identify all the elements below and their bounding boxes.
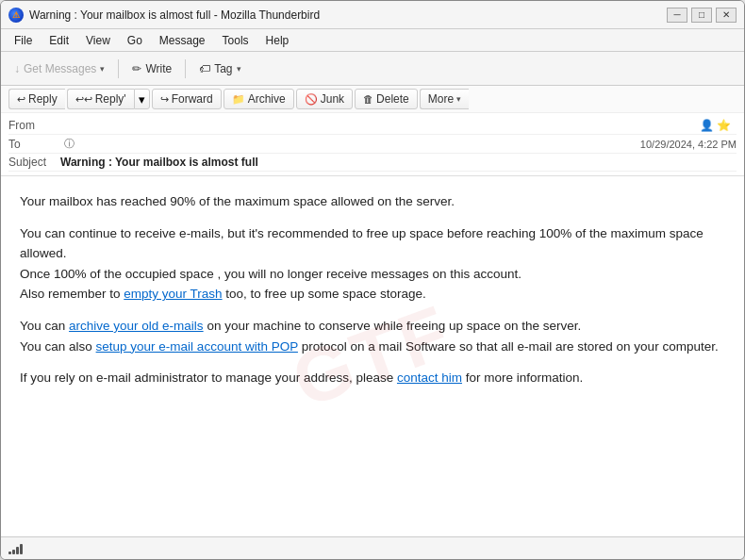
- menu-go[interactable]: Go: [120, 32, 150, 49]
- toolbar-separator-2: [185, 59, 186, 78]
- get-messages-label: Get Messages: [24, 62, 96, 75]
- contact-him-link[interactable]: contact him: [397, 371, 462, 385]
- tag-icon: 🏷: [199, 62, 210, 75]
- subject-row: Subject Warning : Your mailbox is almost…: [8, 154, 737, 172]
- status-bar: [1, 536, 744, 559]
- email-header: ↩ Reply ↩↩ Reply' ▾ ↪ Forward 📁 Archive: [1, 86, 744, 176]
- main-window: ⚠ Warning : Your mailbox is almost full …: [0, 0, 745, 560]
- reply-all-label: Reply': [95, 92, 126, 106]
- forward-button[interactable]: ↪ Forward: [152, 89, 222, 109]
- more-dropdown-icon: ▾: [456, 94, 461, 104]
- star-icon: ⭐: [717, 119, 731, 132]
- menu-view[interactable]: View: [78, 32, 118, 49]
- from-label: From: [8, 119, 60, 132]
- delete-icon: 🗑: [363, 93, 373, 105]
- person-icon: 👤: [700, 119, 714, 132]
- subject-label: Subject: [8, 156, 60, 169]
- body-p3-line2-after: protocol on a mail Software so that all …: [298, 339, 719, 354]
- from-row-icons: 👤 ⭐: [700, 119, 731, 132]
- body-paragraph-3: You can archive your old e-mails on your…: [20, 316, 725, 356]
- forward-label: Forward: [172, 92, 213, 106]
- body-p2-line3-after: too, to free up some space storage.: [223, 287, 426, 301]
- delete-button[interactable]: 🗑 Delete: [355, 89, 418, 109]
- menu-message[interactable]: Message: [152, 32, 213, 49]
- window-controls: ─ □ ✕: [667, 8, 737, 23]
- body-p2-line1: You can continue to receive e-mails, but…: [20, 226, 704, 261]
- body-p4-after: for more information.: [462, 371, 583, 385]
- more-button[interactable]: More ▾: [420, 89, 469, 109]
- junk-icon: 🚫: [305, 93, 318, 106]
- junk-label: Junk: [321, 92, 344, 106]
- window-title: Warning : Your mailbox is almost full - …: [29, 8, 320, 22]
- reply-label: Reply: [28, 92, 58, 106]
- forward-icon: ↪: [160, 93, 169, 106]
- more-label: More: [428, 92, 454, 106]
- body-p3-line1-before: You can: [20, 319, 69, 333]
- signal-bar-2: [12, 550, 15, 554]
- close-button[interactable]: ✕: [716, 8, 737, 23]
- timestamp: 10/29/2024, 4:22 PM: [640, 139, 737, 150]
- from-row: From 👤 ⭐: [8, 117, 737, 135]
- main-toolbar: ↓ Get Messages ▾ ✏ Write 🏷 Tag ▾: [1, 52, 744, 86]
- body-p4-before: If you rely on e-mail administrator to m…: [20, 371, 397, 385]
- empty-trash-link[interactable]: empty your Trash: [124, 287, 222, 301]
- get-messages-dropdown-icon: ▾: [100, 64, 105, 74]
- more-group: More ▾: [420, 89, 469, 109]
- body-paragraph-2: You can continue to receive e-mails, but…: [20, 223, 725, 305]
- tag-dropdown-icon: ▾: [237, 64, 241, 74]
- email-meta: From 👤 ⭐ To ⓘ 10/29/2024, 4:22 PM Subjec…: [1, 113, 744, 175]
- tag-label: Tag: [214, 62, 232, 75]
- to-row: To ⓘ 10/29/2024, 4:22 PM: [8, 135, 737, 154]
- subject-value: Warning : Your mailbox is almost full: [60, 156, 737, 169]
- to-icon: ⓘ: [64, 138, 74, 149]
- action-toolbar: ↩ Reply ↩↩ Reply' ▾ ↪ Forward 📁 Archive: [1, 86, 744, 113]
- reply-all-icon: ↩↩: [75, 93, 92, 106]
- write-button[interactable]: ✏ Write: [124, 59, 179, 78]
- menu-bar: File Edit View Go Message Tools Help: [1, 29, 744, 52]
- body-p2-line2: Once 100% of the occupied space , you wi…: [20, 267, 522, 281]
- toolbar-separator-1: [118, 59, 119, 78]
- archive-label: Archive: [248, 92, 286, 106]
- archive-emails-link[interactable]: archive your old e-mails: [69, 319, 204, 333]
- reply-all-group: ↩↩ Reply' ▾: [67, 89, 150, 109]
- tag-button[interactable]: 🏷 Tag ▾: [191, 59, 248, 78]
- reply-all-button[interactable]: ↩↩ Reply': [67, 89, 134, 109]
- minimize-button[interactable]: ─: [667, 8, 687, 23]
- signal-icon: [8, 543, 23, 554]
- body-p3-line2-before: You can also: [20, 339, 96, 354]
- signal-bar-3: [16, 547, 19, 554]
- title-bar-left: ⚠ Warning : Your mailbox is almost full …: [8, 8, 320, 23]
- maximize-button[interactable]: □: [691, 8, 712, 23]
- reply-all-dropdown[interactable]: ▾: [134, 89, 150, 109]
- menu-tools[interactable]: Tools: [215, 32, 257, 49]
- menu-help[interactable]: Help: [258, 32, 297, 49]
- email-body: GTF Your mailbox has reached 90% of the …: [1, 176, 744, 536]
- setup-pop-link[interactable]: setup your e-mail account with POP: [96, 339, 298, 354]
- signal-bar-1: [8, 552, 11, 554]
- app-icon: ⚠: [8, 8, 24, 23]
- get-messages-icon: ↓: [14, 62, 20, 75]
- delete-label: Delete: [376, 92, 409, 106]
- write-icon: ✏: [132, 62, 141, 75]
- body-paragraph-1: Your mailbox has reached 90% of the maxi…: [20, 191, 725, 212]
- body-paragraph-4: If you rely on e-mail administrator to m…: [20, 368, 725, 388]
- reply-button[interactable]: ↩ Reply: [8, 89, 65, 109]
- reply-group: ↩ Reply: [8, 89, 65, 109]
- reply-icon: ↩: [17, 93, 25, 106]
- to-value: ⓘ: [60, 137, 640, 151]
- body-p2-line3-before: Also remember to: [20, 287, 124, 301]
- signal-bar-4: [20, 544, 23, 554]
- archive-icon: 📁: [232, 93, 245, 106]
- body-paragraph-1-text: Your mailbox has reached 90% of the maxi…: [20, 194, 455, 208]
- menu-file[interactable]: File: [7, 32, 40, 49]
- junk-button[interactable]: 🚫 Junk: [296, 89, 353, 109]
- archive-button[interactable]: 📁 Archive: [224, 89, 294, 109]
- get-messages-button[interactable]: ↓ Get Messages ▾: [7, 59, 112, 78]
- body-p3-line1-after: on your machine to conserve while freein…: [204, 319, 582, 333]
- title-bar: ⚠ Warning : Your mailbox is almost full …: [1, 1, 744, 29]
- write-label: Write: [145, 62, 172, 75]
- menu-edit[interactable]: Edit: [41, 32, 76, 49]
- to-label: To: [8, 138, 60, 151]
